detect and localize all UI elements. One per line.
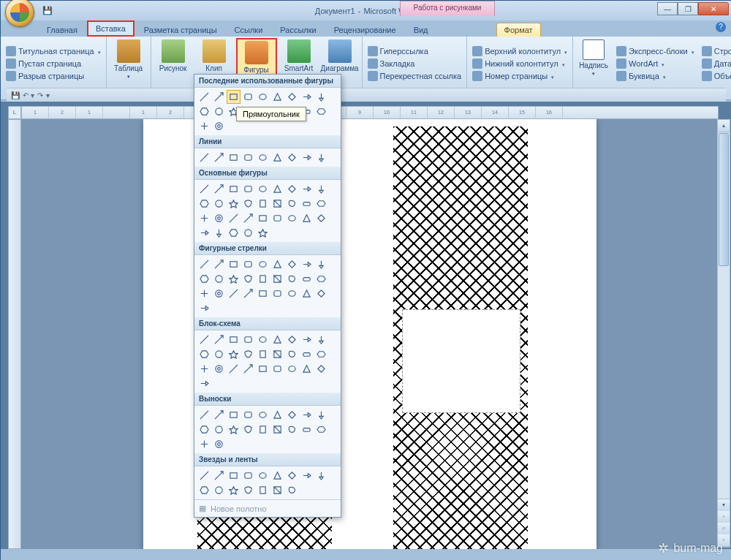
- qat-save2-icon[interactable]: 💾: [11, 91, 20, 99]
- maximize-button[interactable]: ❐: [678, 2, 698, 15]
- help-icon[interactable]: ?: [716, 22, 726, 32]
- shape-option[interactable]: [241, 423, 255, 436]
- shape-option[interactable]: [227, 197, 240, 211]
- shape-option[interactable]: [314, 197, 328, 211]
- shape-option[interactable]: [314, 408, 328, 422]
- shape-option[interactable]: [314, 362, 328, 376]
- shape-option[interactable]: [270, 423, 284, 436]
- shape-option[interactable]: [227, 287, 240, 300]
- shape-option[interactable]: [212, 197, 226, 211]
- shape-option[interactable]: [241, 272, 255, 286]
- dropcap-button[interactable]: Буквица: [614, 70, 697, 82]
- tab-selector[interactable]: L: [8, 106, 21, 119]
- shape-option[interactable]: [256, 347, 270, 361]
- shape-option[interactable]: [212, 408, 226, 422]
- hyperlink-button[interactable]: Гиперссылка: [366, 45, 464, 57]
- shape-option[interactable]: [314, 257, 328, 271]
- textbox-button[interactable]: Надпись▾: [576, 38, 611, 88]
- object-button[interactable]: Объект: [700, 70, 731, 82]
- scroll-down-button[interactable]: ▾: [718, 499, 730, 512]
- page-number-button[interactable]: Номер страницы: [470, 70, 569, 82]
- shape-option[interactable]: [256, 333, 270, 347]
- shape-option[interactable]: [197, 226, 211, 240]
- shape-option[interactable]: [227, 362, 240, 376]
- shape-option[interactable]: [256, 151, 270, 164]
- qat-redo-icon[interactable]: ↷: [37, 91, 43, 99]
- shape-option[interactable]: [285, 408, 299, 422]
- shape-option[interactable]: [300, 151, 314, 164]
- shape-option[interactable]: [300, 408, 314, 422]
- shape-option[interactable]: [300, 362, 314, 376]
- shape-option[interactable]: [212, 423, 226, 436]
- shape-option[interactable]: [285, 182, 299, 196]
- shape-option[interactable]: [285, 483, 299, 497]
- close-button[interactable]: ✕: [698, 2, 729, 15]
- tab-references[interactable]: Ссылки: [227, 23, 271, 37]
- shape-option[interactable]: [285, 347, 299, 361]
- shape-option[interactable]: [300, 347, 314, 361]
- shape-option[interactable]: [256, 423, 270, 436]
- shape-option[interactable]: [227, 90, 240, 104]
- shape-option[interactable]: [300, 211, 314, 225]
- shape-option[interactable]: [241, 469, 255, 483]
- tab-review[interactable]: Рецензирование: [326, 23, 404, 37]
- shape-option[interactable]: [285, 211, 299, 225]
- shape-option[interactable]: [300, 423, 314, 436]
- shape-option[interactable]: [227, 483, 240, 497]
- shape-option[interactable]: [270, 211, 284, 225]
- shape-option[interactable]: [300, 257, 314, 271]
- shape-option[interactable]: [212, 151, 226, 164]
- shape-option[interactable]: [227, 226, 240, 240]
- shape-option[interactable]: [197, 362, 211, 376]
- new-canvas-item[interactable]: ▦ Новое полотно: [194, 499, 341, 517]
- shape-option[interactable]: [314, 90, 328, 104]
- shape-option[interactable]: [270, 90, 284, 104]
- shape-option[interactable]: [197, 423, 211, 436]
- shape-option[interactable]: [212, 257, 226, 271]
- shape-option[interactable]: [197, 469, 211, 483]
- shape-option[interactable]: [285, 469, 299, 483]
- shape-option[interactable]: [227, 257, 240, 271]
- shape-option[interactable]: [241, 151, 255, 164]
- shape-option[interactable]: [227, 408, 240, 422]
- vertical-ruler[interactable]: [8, 119, 21, 549]
- shape-option[interactable]: [241, 182, 255, 196]
- shape-option[interactable]: [314, 287, 328, 300]
- shape-option[interactable]: [270, 408, 284, 422]
- shape-option[interactable]: [212, 119, 226, 133]
- shape-option[interactable]: [241, 483, 255, 497]
- shape-option[interactable]: [270, 151, 284, 164]
- shape-option[interactable]: [212, 211, 226, 225]
- cross-ref-button[interactable]: Перекрестная ссылка: [366, 70, 464, 82]
- tab-home[interactable]: Главная: [39, 23, 86, 37]
- shape-option[interactable]: [227, 423, 240, 436]
- shape-option[interactable]: [227, 211, 240, 225]
- shape-option[interactable]: [212, 90, 226, 104]
- shape-option[interactable]: [212, 333, 226, 347]
- shape-option[interactable]: [197, 151, 211, 164]
- shape-option[interactable]: [227, 469, 240, 483]
- shape-option[interactable]: [256, 272, 270, 286]
- tab-format[interactable]: Формат: [496, 23, 541, 37]
- shape-option[interactable]: [197, 197, 211, 211]
- document-area[interactable]: [21, 119, 719, 549]
- shape-option[interactable]: [300, 333, 314, 347]
- shape-option[interactable]: [314, 182, 328, 196]
- horizontal-ruler[interactable]: 12112345678910111213141516: [21, 106, 719, 119]
- shape-option[interactable]: [314, 105, 328, 118]
- shape-option[interactable]: [270, 347, 284, 361]
- scroll-up-button[interactable]: ▴: [718, 120, 730, 132]
- shape-option[interactable]: [270, 272, 284, 286]
- page-break-button[interactable]: Разрыв страницы: [4, 70, 103, 82]
- shape-option[interactable]: [241, 408, 255, 422]
- shape-option[interactable]: [212, 469, 226, 483]
- quick-parts-button[interactable]: Экспресс-блоки: [614, 45, 697, 57]
- shape-option[interactable]: [314, 272, 328, 286]
- cover-page-button[interactable]: Титульная страница: [4, 45, 103, 57]
- shape-option[interactable]: [227, 272, 240, 286]
- office-button[interactable]: [5, 0, 34, 27]
- shape-option[interactable]: [285, 423, 299, 436]
- shape-option[interactable]: [285, 90, 299, 104]
- datetime-button[interactable]: Дата и время: [700, 58, 731, 69]
- bookmark-button[interactable]: Закладка: [366, 58, 464, 69]
